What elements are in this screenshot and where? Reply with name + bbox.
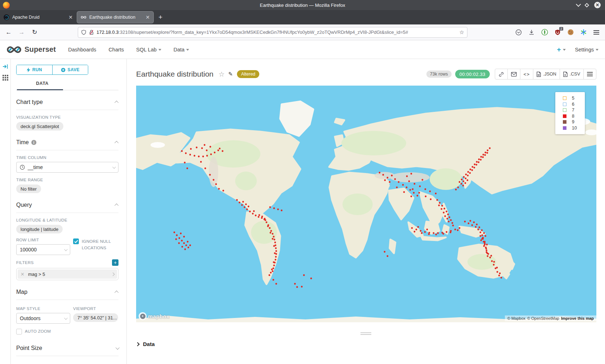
back-button[interactable]: ←	[5, 29, 12, 36]
altered-badge[interactable]: Altered	[237, 70, 259, 78]
window-close-icon[interactable]: ✕	[594, 2, 601, 8]
nav-dashboards[interactable]: Dashboards	[68, 47, 96, 53]
export-csv-button[interactable]: .CSV	[560, 69, 584, 79]
earthquake-point	[493, 261, 495, 263]
earthquake-point	[387, 177, 389, 179]
settings-menu[interactable]: Settings	[575, 47, 599, 53]
superset-brand[interactable]: Superset	[6, 45, 56, 54]
druid-favicon-icon	[4, 14, 9, 20]
attribution-mapbox[interactable]: © Mapbox	[507, 316, 525, 320]
earthquake-point	[417, 195, 418, 197]
insecure-lock-icon[interactable]	[89, 29, 94, 35]
panel-drag-handle[interactable]	[360, 332, 371, 336]
section-query[interactable]: Query	[16, 193, 118, 213]
time-column-label: TIME COLUMN	[16, 155, 118, 160]
legend-item-8[interactable]: 8	[563, 113, 585, 119]
time-range-value[interactable]: No filter	[16, 185, 41, 193]
url-text[interactable]: 172.18.0.3:32108/superset/explore/?form_…	[97, 29, 457, 35]
row-limit-select[interactable]: 100000	[16, 244, 70, 255]
run-button[interactable]: RUN	[17, 65, 52, 74]
attribution-osm[interactable]: © OpenStreetMap	[527, 316, 559, 320]
nav-charts[interactable]: Charts	[108, 47, 124, 53]
window-minimize-icon[interactable]	[576, 2, 581, 7]
map-style-select[interactable]: Outdoors	[16, 313, 70, 324]
land-india	[389, 188, 413, 219]
menu-hamburger-icon[interactable]	[593, 29, 600, 36]
downloads-icon[interactable]	[528, 29, 535, 36]
add-filter-button[interactable]: +	[112, 259, 118, 266]
new-tab-button[interactable]: +	[158, 13, 162, 21]
time-column-select[interactable]: __time	[16, 162, 118, 173]
earthquake-point	[184, 249, 186, 250]
earthquake-point	[455, 189, 457, 191]
panel-tabs: DATA	[16, 80, 118, 90]
firefox-logo-icon	[3, 2, 10, 9]
earthquake-point	[382, 174, 384, 176]
earthquake-point	[408, 181, 410, 182]
url-bar[interactable]: 172.18.0.3:32108/superset/explore/?form_…	[78, 27, 467, 38]
section-time[interactable]: Timei	[16, 131, 118, 150]
forward-button[interactable]: →	[18, 29, 25, 36]
legend-item-9[interactable]: 9	[563, 119, 585, 125]
pocket-icon[interactable]	[515, 29, 522, 36]
favorite-star-icon[interactable]: ☆	[219, 70, 225, 78]
reload-button[interactable]: ↻	[31, 28, 38, 36]
legend-item-5[interactable]: 5	[563, 95, 585, 101]
cookie-extension-icon[interactable]	[567, 29, 574, 36]
legend-swatch-icon	[563, 96, 566, 100]
section-point-size[interactable]: Point Size	[16, 335, 118, 356]
asterisk-extension-icon[interactable]	[580, 29, 587, 36]
link-icon	[498, 72, 504, 77]
save-button[interactable]: SAVE	[52, 65, 88, 74]
new-item-button[interactable]: +	[557, 46, 565, 54]
nav-data[interactable]: Data	[174, 47, 189, 53]
nav-sql-lab[interactable]: SQL Lab	[136, 47, 161, 53]
lonlat-value[interactable]: longitude | latitude	[16, 225, 63, 233]
attribution-improve-link[interactable]: Improve this map	[561, 316, 594, 320]
earthquake-point	[180, 233, 182, 235]
earthquake-point	[273, 265, 275, 267]
earthquake-point	[475, 226, 477, 228]
tab-close-icon[interactable]: ✕	[68, 14, 73, 20]
tab-data[interactable]: DATA	[36, 81, 49, 90]
section-chart-type[interactable]: Chart type	[16, 90, 118, 110]
copy-link-button[interactable]	[495, 69, 508, 79]
embed-code-button[interactable]: <>	[520, 69, 533, 79]
viewport-value[interactable]: 7° 35' 54.02" | 31...	[73, 313, 118, 322]
email-button[interactable]	[507, 69, 520, 79]
caret-down-icon	[186, 49, 189, 51]
auto-zoom-checkbox[interactable]	[16, 329, 22, 335]
ublock-origin-icon[interactable]: 2	[554, 29, 561, 36]
data-panel-toggle[interactable]: Data	[136, 341, 155, 347]
visualization-type-value[interactable]: deck.gl Scatterplot	[16, 122, 63, 131]
chevron-down-icon	[112, 165, 116, 169]
chart-menu-button[interactable]	[583, 69, 596, 79]
legend-item-10[interactable]: 10	[563, 125, 585, 131]
tab-close-icon[interactable]: ✕	[145, 14, 150, 20]
earthquake-point	[471, 224, 473, 226]
tracking-shield-icon[interactable]	[81, 29, 86, 35]
remove-filter-icon[interactable]: ✕	[21, 272, 24, 277]
window-maximize-icon[interactable]	[584, 3, 589, 8]
edit-properties-icon[interactable]: ✎	[228, 71, 233, 77]
filter-item[interactable]: ✕ mag > 5	[18, 269, 117, 279]
ignore-null-checkbox[interactable]	[73, 238, 79, 244]
bookmark-star-icon[interactable]: ☆	[460, 29, 464, 36]
section-map[interactable]: Map	[16, 280, 118, 300]
mapbox-logo[interactable]: ✦ mapbox	[139, 312, 170, 320]
legend-item-6[interactable]: 6	[563, 101, 585, 108]
earthquake-point	[185, 245, 187, 246]
deckgl-scatter-map[interactable]: 5678910 ✦ mapbox © Mapbox © OpenStreetMa…	[136, 86, 596, 322]
tab-apache-druid[interactable]: Apache Druid ✕	[0, 10, 76, 24]
legend-item-7[interactable]: 7	[563, 107, 585, 113]
export-json-button[interactable]: .JSON	[533, 69, 560, 79]
earthquake-point	[429, 232, 430, 234]
privacy-badger-icon[interactable]	[541, 29, 548, 36]
collapse-panel-icon[interactable]	[3, 64, 8, 69]
tab-earthquake-distribution[interactable]: Earthquake distribution ✕	[77, 12, 153, 23]
earthquake-point	[497, 271, 498, 273]
earthquake-point	[272, 238, 274, 240]
caret-down-icon	[596, 49, 599, 51]
dataset-grid-icon[interactable]	[3, 75, 8, 81]
time-range-label: TIME RANGE	[16, 178, 118, 182]
